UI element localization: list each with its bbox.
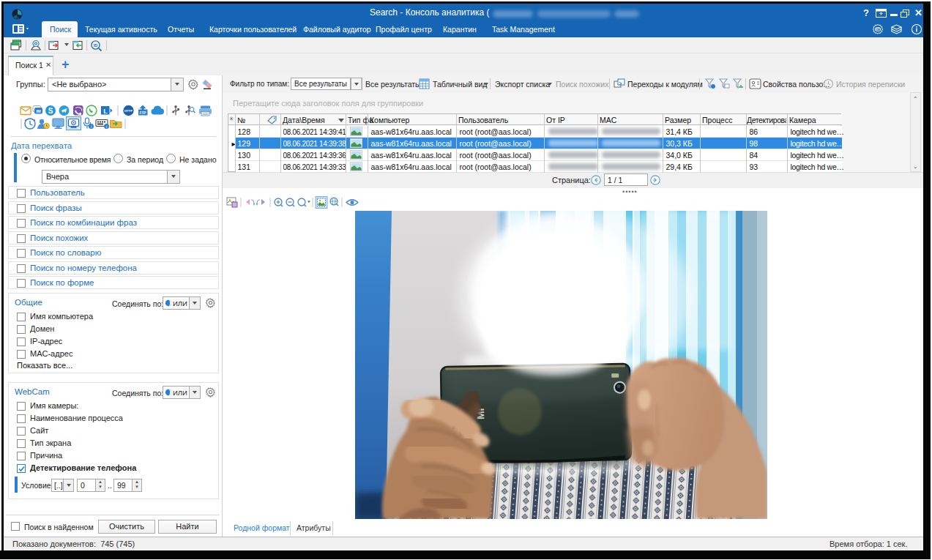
- svg-text:API: API: [876, 28, 880, 31]
- svg-text:S: S: [48, 107, 53, 115]
- svg-text:FTP: FTP: [140, 111, 146, 115]
- svg-text:ID: ID: [94, 43, 98, 48]
- svg-text:HTTP: HTTP: [124, 109, 133, 113]
- svg-text:IM: IM: [36, 109, 41, 113]
- svg-text:L: L: [103, 108, 108, 115]
